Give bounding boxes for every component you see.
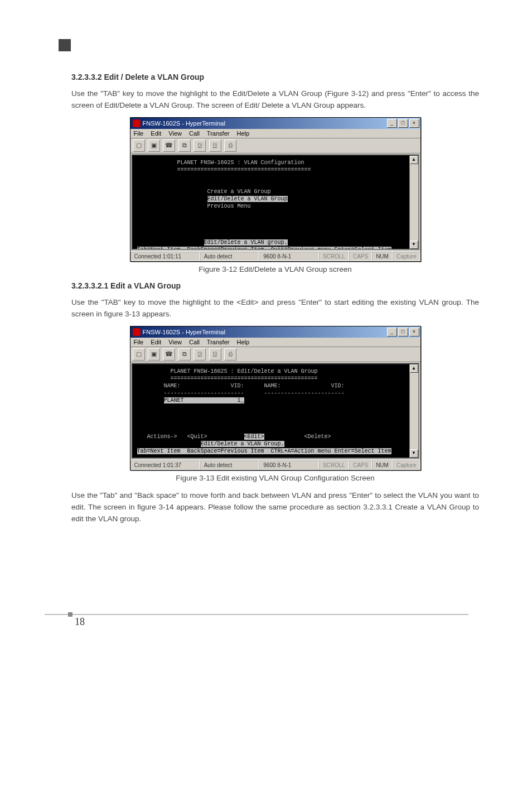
menu-file[interactable]: File xyxy=(134,339,144,345)
menu-edit[interactable]: Edit xyxy=(151,339,161,345)
term-columns: NAME: VID: NAME: VID: xyxy=(164,383,345,389)
footer-notch xyxy=(68,612,72,617)
status-connected: Connected 1:01:37 xyxy=(130,460,200,470)
toolbar-new-icon[interactable]: ▢ xyxy=(133,348,145,361)
minimize-button[interactable]: _ xyxy=(387,328,397,337)
scroll-up-icon[interactable]: ▲ xyxy=(410,156,418,164)
term-header: PLANET FNSW-1602S : Edit/Delete a VLAN G… xyxy=(171,368,318,374)
term-previous-menu[interactable]: Previous Menu xyxy=(207,203,251,209)
app-icon xyxy=(133,119,141,127)
toolbar-receive-icon[interactable]: ⍰ xyxy=(209,140,221,152)
status-capture: Capture xyxy=(393,252,420,261)
toolbar-new-icon[interactable]: ▢ xyxy=(133,140,145,152)
status-detect: Auto detect xyxy=(200,252,260,261)
status-caps: CAPS xyxy=(349,252,372,261)
terminal-scrollbar[interactable]: ▲ ▼ xyxy=(409,364,418,458)
status-baud: 9600 8-N-1 xyxy=(259,252,319,261)
app-icon xyxy=(133,328,141,336)
menu-transfer[interactable]: Transfer xyxy=(207,130,230,137)
window-title: FNSW-1602S - HyperTerminal xyxy=(143,329,225,335)
term-hint: Edit/Delete a VLAN Group. xyxy=(201,441,284,447)
terminal-scrollbar[interactable]: ▲ ▼ xyxy=(409,156,418,249)
toolbar-properties-icon[interactable]: ⎙ xyxy=(224,140,236,152)
terminal-1[interactable]: PLANET FNSW-1602S : VLAN Configuration =… xyxy=(133,156,418,249)
menu-bar: File Edit View Call Transfer Help xyxy=(130,129,420,138)
menu-transfer[interactable]: Transfer xyxy=(207,339,230,345)
toolbar-open-icon[interactable]: ▣ xyxy=(148,348,160,361)
page-footer: 18 xyxy=(45,614,532,628)
term-actions-label: Actions-> xyxy=(147,434,177,440)
terminal-frame: PLANET FNSW-1602S : VLAN Configuration =… xyxy=(132,155,419,250)
menu-view[interactable]: View xyxy=(168,130,182,137)
status-scroll: SCROLL xyxy=(319,252,349,261)
maximize-button[interactable]: □ xyxy=(398,119,408,128)
term-divider: ========================================… xyxy=(171,376,318,382)
status-detect: Auto detect xyxy=(200,460,260,470)
menu-call[interactable]: Call xyxy=(189,130,200,137)
window-titlebar: FNSW-1602S - HyperTerminal _ □ × xyxy=(130,326,420,338)
menu-view[interactable]: View xyxy=(168,339,182,345)
scroll-down-icon[interactable]: ▼ xyxy=(410,241,418,249)
menu-edit[interactable]: Edit xyxy=(151,130,161,137)
toolbar-open-icon[interactable]: ▣ xyxy=(148,140,160,152)
status-scroll: SCROLL xyxy=(319,460,349,470)
terminal-2[interactable]: PLANET FNSW-1602S : Edit/Delete a VLAN G… xyxy=(133,364,418,458)
minimize-button[interactable]: _ xyxy=(387,119,397,128)
figure-3-12: FNSW-1602S - HyperTerminal _ □ × File Ed… xyxy=(71,117,479,262)
toolbar-disconnect-icon[interactable]: ⧉ xyxy=(178,140,191,152)
toolbar-receive-icon[interactable]: ⍰ xyxy=(209,348,221,361)
term-edit-delete-group[interactable]: Edit/Delete a VLAN Group xyxy=(207,196,288,202)
page-number: 18 xyxy=(75,616,532,628)
scroll-up-icon[interactable]: ▲ xyxy=(410,364,418,373)
toolbar-call-icon[interactable]: ☎ xyxy=(163,348,175,361)
footer-rule xyxy=(45,614,468,615)
toolbar: ▢ ▣ ☎ ⧉ ⍰ ⍰ ⎙ xyxy=(130,347,420,362)
term-hint: Edit/Delete a VLAN group. xyxy=(204,239,288,246)
status-num: NUM xyxy=(372,252,393,261)
term-nav: Tab=Next Item BackSpace=Previous Item Qu… xyxy=(137,247,391,249)
closing-para: Use the "Tab" and "Back space" to move f… xyxy=(71,490,479,525)
window-title: FNSW-1602S - HyperTerminal xyxy=(143,120,225,127)
status-connected: Connected 1:01:11 xyxy=(130,252,200,261)
term-columns-divider: ------------------------ ---------------… xyxy=(164,390,345,396)
term-create-group[interactable]: Create a VLAN Group xyxy=(207,189,271,195)
menu-help[interactable]: Help xyxy=(236,339,249,345)
menu-help[interactable]: Help xyxy=(236,130,249,137)
maximize-button[interactable]: □ xyxy=(398,328,408,337)
figure-caption-1: Figure 3-12 Edit/Delete a VLAN Group scr… xyxy=(71,265,479,273)
hyperterminal-window-2: FNSW-1602S - HyperTerminal _ □ × File Ed… xyxy=(130,326,421,470)
section-para-1: Use the "TAB" key to move the highlight … xyxy=(71,88,479,112)
term-edit[interactable]: <Edit> xyxy=(244,434,264,440)
window-titlebar: FNSW-1602S - HyperTerminal _ □ × xyxy=(130,118,420,129)
term-row-planet[interactable]: PLANET 1_ xyxy=(164,397,244,403)
toolbar-properties-icon[interactable]: ⎙ xyxy=(224,348,236,361)
terminal-frame: PLANET FNSW-1602S : Edit/Delete a VLAN G… xyxy=(132,363,419,459)
toolbar-send-icon[interactable]: ⍰ xyxy=(194,140,206,152)
menu-bar: File Edit View Call Transfer Help xyxy=(130,338,420,347)
status-bar: Connected 1:01:11 Auto detect 9600 8-N-1… xyxy=(130,251,420,261)
status-caps: CAPS xyxy=(349,460,372,470)
page-content: 3.2.3.3.2 Edit / Delete a VLAN Group Use… xyxy=(71,51,479,525)
toolbar: ▢ ▣ ☎ ⧉ ⍰ ⍰ ⎙ xyxy=(130,138,420,153)
status-num: NUM xyxy=(372,460,393,470)
term-nav: Tab=Next Item BackSpace=Previous Item CT… xyxy=(137,448,391,454)
toolbar-call-icon[interactable]: ☎ xyxy=(163,140,175,152)
term-header: PLANET FNSW-1602S : VLAN Configuration xyxy=(177,160,304,166)
section-para-2: Use the "TAB" key to move the highlight … xyxy=(71,297,479,320)
term-quit[interactable]: <Quit> xyxy=(187,434,207,440)
status-bar: Connected 1:01:37 Auto detect 9600 8-N-1… xyxy=(130,460,420,470)
term-divider: ======================================== xyxy=(177,167,311,173)
status-baud: 9600 8-N-1 xyxy=(259,460,319,470)
scroll-down-icon[interactable]: ▼ xyxy=(410,449,418,458)
hyperterminal-window-1: FNSW-1602S - HyperTerminal _ □ × File Ed… xyxy=(130,117,421,262)
menu-file[interactable]: File xyxy=(134,130,144,137)
menu-call[interactable]: Call xyxy=(189,339,200,345)
section-heading-2: 3.2.3.3.2.1 Edit a VLAN Group xyxy=(71,281,479,290)
close-button[interactable]: × xyxy=(409,328,419,337)
toolbar-send-icon[interactable]: ⍰ xyxy=(194,348,206,361)
toolbar-disconnect-icon[interactable]: ⧉ xyxy=(178,348,191,361)
close-button[interactable]: × xyxy=(409,119,419,128)
page-marker xyxy=(59,39,71,51)
term-delete[interactable]: <Delete> xyxy=(304,434,331,440)
figure-caption-2: Figure 3-13 Edit existing VLAN Group Con… xyxy=(71,474,479,482)
